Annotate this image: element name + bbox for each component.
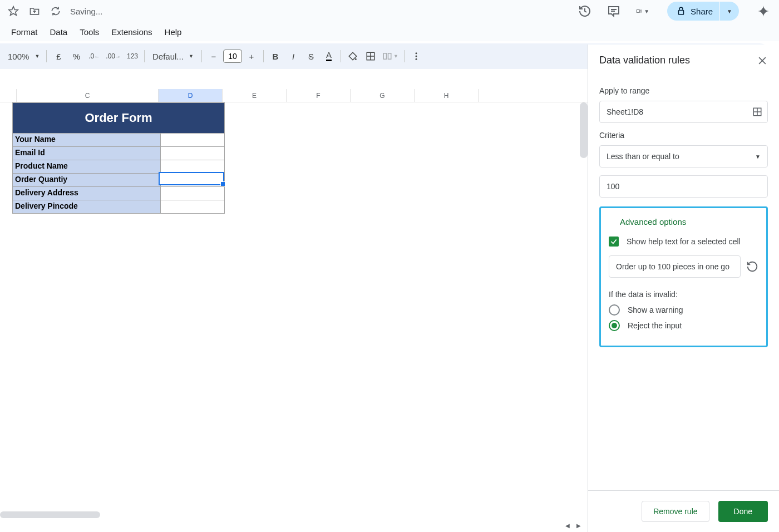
form-value-cell[interactable] xyxy=(160,186,224,200)
advanced-options-section: Advanced options Show help text for a se… xyxy=(599,206,768,347)
column-header-selected[interactable]: D xyxy=(159,89,223,102)
vertical-scrollbar[interactable] xyxy=(580,102,588,158)
svg-rect-10 xyxy=(388,53,391,60)
form-label: Delivery Pincode xyxy=(13,200,160,213)
decrease-decimal-button[interactable]: .0← xyxy=(86,48,102,65)
svg-rect-4 xyxy=(679,11,684,15)
criteria-label: Criteria xyxy=(599,131,768,140)
percent-format-button[interactable]: % xyxy=(68,48,85,65)
svg-point-12 xyxy=(415,56,417,57)
saving-status: Saving... xyxy=(70,7,102,16)
form-label: Delivery Address xyxy=(13,186,160,200)
sheet-prev-icon[interactable]: ◀ xyxy=(563,521,572,530)
criteria-value-input[interactable] xyxy=(599,175,768,198)
invalid-data-label: If the data is invalid: xyxy=(609,290,758,299)
menu-tools[interactable]: Tools xyxy=(74,24,105,40)
star-icon[interactable] xyxy=(7,4,20,18)
order-form-table: Order Form Your Name Email Id Product Na… xyxy=(12,102,225,214)
bold-button[interactable]: B xyxy=(267,48,284,65)
svg-rect-9 xyxy=(383,53,386,60)
form-value-cell[interactable] xyxy=(160,160,224,173)
reset-help-text-icon[interactable] xyxy=(746,260,758,273)
history-icon[interactable] xyxy=(578,4,591,18)
order-form-title: Order Form xyxy=(13,103,224,133)
show-help-text-checkbox[interactable]: Show help text for a selected cell xyxy=(609,237,758,247)
column-headers: C D E F G H xyxy=(0,89,588,102)
spreadsheet-grid-area[interactable]: C D E F G H Order Form Your Name Email I… xyxy=(0,72,588,532)
horizontal-scrollbar[interactable] xyxy=(0,511,100,518)
cloud-sync-icon[interactable] xyxy=(49,4,62,18)
text-color-button[interactable]: A xyxy=(321,48,337,65)
currency-format-button[interactable]: £ xyxy=(50,48,67,65)
decrease-font-size-button[interactable]: − xyxy=(205,48,222,65)
apply-range-input[interactable] xyxy=(599,101,768,123)
remove-rule-button[interactable]: Remove rule xyxy=(642,501,709,522)
fill-color-button[interactable] xyxy=(344,48,361,65)
apply-range-label: Apply to range xyxy=(599,86,768,95)
radio-reject-input[interactable]: Reject the input xyxy=(609,320,758,331)
column-header[interactable]: E xyxy=(223,89,287,102)
meet-icon[interactable]: ▼ xyxy=(636,4,649,18)
share-dropdown[interactable]: ▼ xyxy=(720,2,739,21)
zoom-dropdown[interactable]: 100% ▼ xyxy=(4,48,43,65)
share-button[interactable]: Share xyxy=(667,2,719,21)
comment-icon[interactable] xyxy=(607,4,620,18)
column-header[interactable]: H xyxy=(415,89,479,102)
borders-button[interactable] xyxy=(362,48,379,65)
svg-point-13 xyxy=(415,58,417,60)
gemini-icon[interactable] xyxy=(757,4,770,18)
more-formats-button[interactable]: 123 xyxy=(124,48,141,65)
help-text-input[interactable] xyxy=(609,255,741,278)
svg-point-11 xyxy=(415,52,417,54)
close-panel-button[interactable] xyxy=(757,55,768,66)
radio-selected-icon xyxy=(609,320,620,331)
done-button[interactable]: Done xyxy=(718,501,768,522)
panel-title: Data validation rules xyxy=(599,55,690,66)
select-range-icon[interactable] xyxy=(752,107,762,117)
move-to-folder-icon[interactable] xyxy=(28,4,41,18)
form-value-cell[interactable] xyxy=(160,200,224,213)
form-value-cell[interactable] xyxy=(160,146,224,160)
share-label: Share xyxy=(691,7,713,16)
font-size-input[interactable] xyxy=(223,50,242,63)
sheet-next-icon[interactable]: ▶ xyxy=(574,521,583,530)
radio-show-warning[interactable]: Show a warning xyxy=(609,304,758,316)
advanced-options-title: Advanced options xyxy=(609,217,758,226)
form-label: Product Name xyxy=(13,160,160,173)
italic-button[interactable]: I xyxy=(285,48,302,65)
column-header[interactable]: C xyxy=(17,89,159,102)
form-value-cell[interactable] xyxy=(160,173,224,186)
svg-point-5 xyxy=(355,58,357,60)
menu-format[interactable]: Format xyxy=(6,24,43,40)
criteria-dropdown[interactable]: Less than or equal to ▼ xyxy=(599,145,768,168)
radio-icon xyxy=(609,304,620,316)
svg-marker-0 xyxy=(9,7,18,16)
form-label: Email Id xyxy=(13,146,160,160)
checkbox-checked-icon xyxy=(609,237,619,247)
svg-rect-3 xyxy=(637,9,640,12)
form-value-cell[interactable] xyxy=(160,133,224,146)
form-label: Order Quantiy xyxy=(13,173,160,186)
sheet-tab-nav: ◀ ▶ xyxy=(559,519,588,532)
menu-extensions[interactable]: Extensions xyxy=(106,24,157,40)
column-header[interactable]: G xyxy=(351,89,415,102)
font-family-dropdown[interactable]: Defaul... ▼ xyxy=(148,48,198,64)
merge-cells-button[interactable]: ▼ xyxy=(380,48,401,65)
strikethrough-button[interactable]: S xyxy=(303,48,319,65)
more-toolbar-button[interactable] xyxy=(408,48,425,65)
data-validation-panel: Data validation rules Apply to range Cri… xyxy=(588,45,779,532)
menu-bar: Format Data Tools Extensions Help xyxy=(0,22,779,41)
increase-font-size-button[interactable]: + xyxy=(243,48,260,65)
menu-data[interactable]: Data xyxy=(45,24,73,40)
form-label: Your Name xyxy=(13,133,160,146)
column-header[interactable]: F xyxy=(287,89,351,102)
increase-decimal-button[interactable]: .00→ xyxy=(103,48,123,65)
menu-help[interactable]: Help xyxy=(159,24,188,40)
title-bar: Saving... ▼ Share ▼ xyxy=(0,0,779,22)
